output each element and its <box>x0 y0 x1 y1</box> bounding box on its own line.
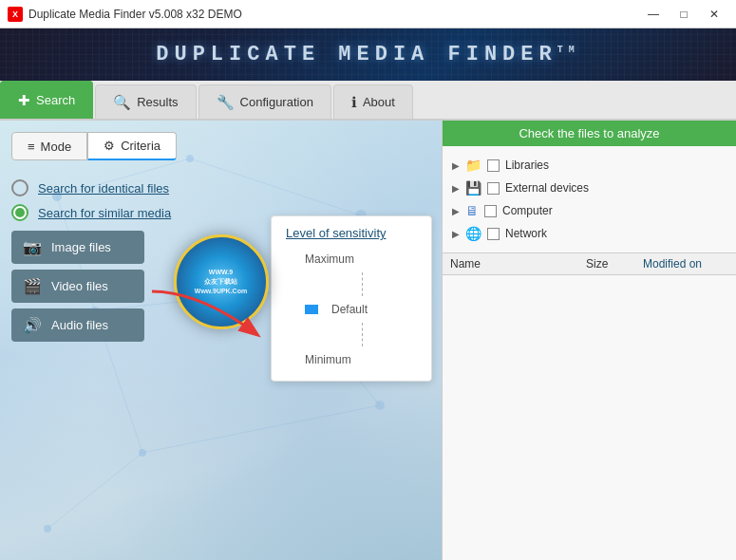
search-similar-label[interactable]: Search for similar media <box>38 206 171 220</box>
network-icon: 🌐 <box>465 226 481 241</box>
about-tab-icon: ℹ <box>351 94 357 111</box>
libraries-icon: 📁 <box>465 158 481 173</box>
criteria-tab-icon: ⚙ <box>104 139 115 153</box>
tab-about[interactable]: ℹ About <box>333 84 413 119</box>
video-files-label: Video files <box>51 279 108 293</box>
computer-label: Computer <box>502 204 553 217</box>
window-title: Duplicate Media Finder v5.008 x32 DEMO <box>28 8 242 21</box>
mode-tab-icon: ≡ <box>28 140 35 154</box>
minimize-button[interactable]: — <box>639 0 668 28</box>
file-tree: ▶ 📁 Libraries ▶ 💾 External devices ▶ 🖥 C… <box>443 146 736 252</box>
table-header: Name Size Modified on <box>443 253 736 275</box>
tree-item-libraries[interactable]: ▶ 📁 Libraries <box>450 154 728 177</box>
libraries-arrow: ▶ <box>452 160 460 171</box>
sub-tab-criteria[interactable]: ⚙ Criteria <box>87 132 177 160</box>
libraries-label: Libraries <box>505 159 549 172</box>
svg-point-5 <box>139 449 146 457</box>
audio-files-label: Audio files <box>51 318 108 332</box>
image-icon: 📷 <box>23 238 42 256</box>
image-files-label: Image files <box>51 240 111 254</box>
external-arrow: ▶ <box>452 183 460 194</box>
sub-tab-mode[interactable]: ≡ Mode <box>11 132 87 160</box>
mode-tab-label: Mode <box>41 140 72 154</box>
computer-arrow: ▶ <box>452 206 460 216</box>
tree-item-network[interactable]: ▶ 🌐 Network <box>450 222 728 245</box>
col-name: Name <box>450 257 586 271</box>
tree-item-external[interactable]: ▶ 💾 External devices <box>450 177 728 199</box>
config-tab-label: Configuration <box>240 95 313 109</box>
tab-results[interactable]: 🔍 Results <box>95 84 196 119</box>
svg-line-16 <box>142 405 380 453</box>
external-checkbox[interactable] <box>487 182 500 195</box>
results-table: Name Size Modified on <box>443 252 736 560</box>
criteria-content: Search for identical files Search for si… <box>0 160 442 363</box>
search-identical-radio[interactable] <box>11 179 28 196</box>
tab-configuration[interactable]: 🔧 Configuration <box>198 84 331 119</box>
titlebar-left: X Duplicate Media Finder v5.008 x32 DEMO <box>8 7 242 22</box>
video-icon: 🎬 <box>23 277 42 295</box>
search-identical-option[interactable]: Search for identical files <box>11 179 430 196</box>
col-modified: Modified on <box>643 257 728 271</box>
network-label: Network <box>505 227 547 240</box>
file-types: 📷 Image files 🎬 Video files 🔊 Audio file… <box>11 231 430 342</box>
computer-icon: 🖥 <box>465 203 479 218</box>
network-checkbox[interactable] <box>487 228 500 240</box>
close-button[interactable]: ✕ <box>700 0 728 28</box>
svg-point-6 <box>375 401 385 410</box>
search-tab-label: Search <box>36 93 75 107</box>
about-tab-label: About <box>363 95 395 109</box>
right-panel-header: Check the files to analyze <box>443 121 736 146</box>
criteria-tab-label: Criteria <box>121 139 160 153</box>
audio-icon: 🔊 <box>23 316 42 334</box>
main-tabs: ✚ Search 🔍 Results 🔧 Configuration ℹ Abo… <box>0 81 736 121</box>
libraries-checkbox[interactable] <box>487 159 500 172</box>
tab-search[interactable]: ✚ Search <box>0 81 93 119</box>
results-tab-label: Results <box>137 95 178 109</box>
header-banner: DUPLICATE MEDIA FINDERTM <box>0 28 736 81</box>
app-icon: X <box>8 7 23 22</box>
left-panel: ≡ Mode ⚙ Criteria Search for identical f… <box>0 121 442 560</box>
svg-point-7 <box>44 525 51 532</box>
search-identical-label[interactable]: Search for identical files <box>38 181 169 196</box>
audio-files-button[interactable]: 🔊 Audio files <box>11 308 144 342</box>
search-similar-radio[interactable] <box>11 204 28 221</box>
external-icon: 💾 <box>465 180 481 196</box>
col-size: Size <box>586 257 643 271</box>
svg-line-15 <box>47 453 142 529</box>
tree-item-computer[interactable]: ▶ 🖥 Computer <box>450 199 728 222</box>
titlebar-controls: — □ ✕ <box>639 0 728 28</box>
image-files-button[interactable]: 📷 Image files <box>11 231 144 264</box>
search-tab-icon: ✚ <box>18 92 30 109</box>
config-tab-icon: 🔧 <box>217 94 235 111</box>
right-panel: Check the files to analyze ▶ 📁 Libraries… <box>442 121 736 560</box>
network-arrow: ▶ <box>452 229 460 239</box>
video-files-button[interactable]: 🎬 Video files <box>11 270 144 303</box>
sub-tabs: ≡ Mode ⚙ Criteria <box>0 121 442 160</box>
external-label: External devices <box>505 181 589 195</box>
titlebar: X Duplicate Media Finder v5.008 x32 DEMO… <box>0 0 736 28</box>
app-title: DUPLICATE MEDIA FINDERTM <box>156 43 579 66</box>
computer-checkbox[interactable] <box>484 205 497 217</box>
results-tab-icon: 🔍 <box>113 94 131 111</box>
maximize-button[interactable]: □ <box>670 0 698 28</box>
search-similar-option[interactable]: Search for similar media <box>11 204 430 221</box>
main-content: ≡ Mode ⚙ Criteria Search for identical f… <box>0 121 736 560</box>
